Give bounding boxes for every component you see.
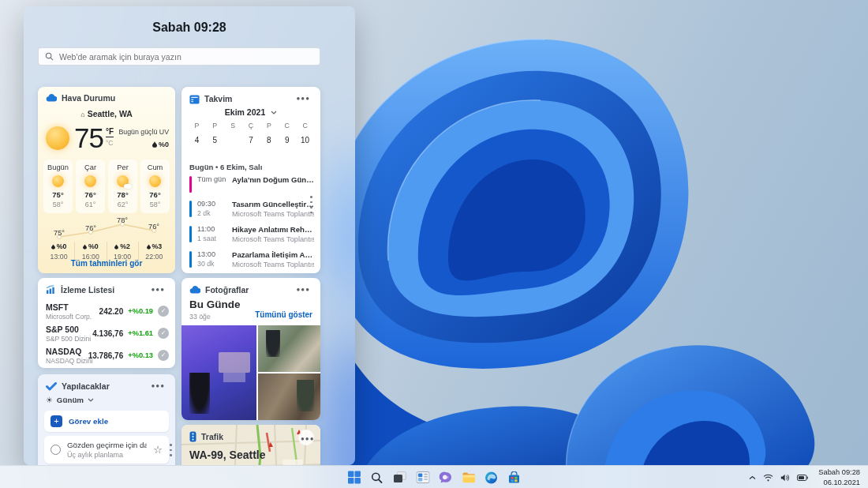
watched-check-icon[interactable]: ✓ (158, 306, 169, 317)
stock-row[interactable]: S&P 500 S&P 500 Dizini 4.136,76 +%1.61 ✓ (46, 322, 169, 344)
widgets-panel: Sabah 09:28 Web'de aramak için buraya ya… (24, 6, 355, 465)
photo-thumbnail[interactable] (258, 325, 320, 372)
edge-icon (485, 471, 498, 484)
sun-icon (52, 175, 64, 187)
forecast-day[interactable]: Bugün 75° 58° (43, 160, 73, 213)
date-cell[interactable]: 9 (278, 133, 296, 148)
tray-chevron-up-icon[interactable] (749, 475, 756, 480)
widgets-button[interactable] (413, 468, 432, 487)
search-placeholder: Web'de aramak için buraya yazın (59, 52, 181, 62)
star-icon[interactable]: ☆ (153, 444, 163, 456)
date-cell[interactable]: 7 (242, 133, 260, 148)
file-explorer-button[interactable] (459, 468, 478, 487)
droplet-icon (83, 244, 87, 250)
traffic-route: WA-99, Seattle (189, 449, 265, 461)
date-cell-selected[interactable]: 6 (224, 133, 242, 148)
droplet-icon (51, 244, 55, 250)
volume-icon[interactable] (780, 474, 790, 482)
battery-icon[interactable] (797, 475, 808, 481)
chevron-down-icon (271, 111, 277, 114)
date-cell[interactable]: 10 (296, 133, 314, 148)
calendar-title: Takvim (204, 94, 290, 103)
sun-icon (149, 175, 161, 187)
stocks-chart-icon (46, 285, 56, 295)
traffic-title: Trafik (201, 432, 223, 441)
task-item[interactable]: Gözden geçirme için dave... Üç aylık pla… (44, 436, 169, 464)
watchlist-title: İzleme Listesi (61, 285, 144, 295)
date-cell[interactable]: 8 (260, 133, 278, 148)
todo-scroll-dots[interactable] (170, 444, 172, 456)
calendar-event[interactable]: 13:00 30 dk Pazarlama İletişim Alanı Mic… (189, 250, 314, 268)
watched-check-icon[interactable]: ✓ (158, 328, 169, 339)
start-button[interactable] (345, 468, 364, 487)
weather-location: ⌂Seattle, WA (38, 109, 175, 118)
calendar-scroll-dots[interactable] (310, 196, 312, 213)
sun-icon (46, 126, 69, 150)
unit-fahrenheit-toggle[interactable]: °F (106, 127, 114, 137)
web-search-bar[interactable]: Web'de aramak için buraya yazın (38, 47, 320, 66)
traffic-widget[interactable]: Trafik ●●● WA-99, Seattle Moderate traff… (181, 425, 320, 465)
current-temp: 75 (74, 123, 103, 153)
event-color-bar (189, 226, 192, 242)
home-icon: ⌂ (80, 111, 84, 118)
calendar-event[interactable]: 11:00 1 saat Hikaye Anlatımı Rehberlik .… (189, 225, 314, 243)
more-options-button[interactable]: ●●● (149, 381, 168, 392)
photo-thumbnail[interactable] (181, 325, 256, 420)
greeting-title: Sabah 09:28 (24, 21, 355, 35)
cloud-icon (189, 286, 200, 294)
calendar-event[interactable]: Tüm gün Ayla'nın Doğum Günü 🎂 (189, 175, 314, 193)
more-options-button[interactable]: ●●● (149, 284, 168, 295)
search-icon (371, 471, 383, 484)
store-icon (508, 471, 521, 484)
event-color-bar (189, 176, 192, 193)
see-all-forecasts-link[interactable]: Tüm tahminleri gör (38, 259, 175, 268)
weather-widget[interactable]: Hava Durumu ⌂Seattle, WA 75 °F °C Bugün … (38, 87, 175, 273)
wifi-icon[interactable] (763, 474, 773, 482)
calendar-icon (189, 94, 200, 104)
traffic-light-icon (189, 431, 196, 442)
photo-thumbnail[interactable] (258, 374, 320, 420)
clock-time: Sabah 09:28 (818, 467, 860, 477)
forecast-day[interactable]: Çar 76° 61° (76, 160, 105, 213)
show-all-link[interactable]: Tümünü göster (255, 310, 312, 319)
todo-list-selector[interactable]: ☀ Günüm (46, 396, 94, 404)
widgets-icon (416, 471, 429, 483)
sun-glyph-icon: ☀ (46, 396, 53, 404)
photos-widget[interactable]: Fotoğraflar ●●● Bu Günde 33 öğe Tümünü g… (181, 278, 320, 420)
month-selector[interactable]: Ekim 2021 (181, 107, 320, 117)
chat-button[interactable] (436, 468, 455, 487)
stock-row[interactable]: NASDAQ NASDAQ Dizini 13.786,76 +%0.13 ✓ (46, 344, 169, 366)
sun-icon (84, 175, 96, 187)
task-checkbox[interactable] (51, 445, 61, 455)
droplet-icon (152, 141, 157, 148)
cloud-icon (46, 94, 57, 102)
photos-heading: Bu Günde (189, 298, 241, 310)
event-color-bar (189, 201, 192, 217)
todo-widget[interactable]: Yapılacaklar ●●● ☀ Günüm + Görev ekle Gö… (38, 374, 175, 465)
forecast-day[interactable]: Cum 76° 58° (140, 160, 170, 213)
more-options-button[interactable]: ●●● (294, 93, 313, 104)
today-label: Bugün • 6 Ekim, Salı (189, 163, 262, 171)
add-task-button[interactable]: + Görev ekle (44, 411, 169, 432)
watchlist-widget[interactable]: İzleme Listesi ●●● MSFT Microsoft Corp. … (38, 278, 175, 368)
search-button[interactable] (368, 468, 387, 487)
search-icon (45, 52, 54, 61)
stock-row[interactable]: MSFT Microsoft Corp. 242.20 +%0.19 ✓ (46, 300, 169, 322)
plus-icon: + (51, 415, 62, 427)
calendar-widget[interactable]: Takvim ●●● Ekim 2021 P P S Ç P C C 4 5 6… (181, 87, 320, 273)
task-view-button[interactable] (391, 468, 410, 487)
more-options-button[interactable]: ●●● (298, 430, 314, 445)
event-color-bar (189, 251, 192, 268)
calendar-event[interactable]: 09:30 2 dk Tasarım Güncelleştirmesi Micr… (189, 200, 314, 218)
forecast-day[interactable]: Per 78° 62° (108, 160, 137, 213)
taskbar-clock[interactable]: Sabah 09:28 06.10.2021 (818, 467, 863, 486)
windows-start-icon (347, 471, 361, 484)
edge-browser-button[interactable] (482, 468, 501, 487)
date-cell[interactable]: 5 (206, 133, 224, 148)
droplet-icon (147, 244, 151, 250)
more-options-button[interactable]: ●●● (294, 284, 313, 295)
watched-check-icon[interactable]: ✓ (158, 350, 169, 361)
unit-celsius-toggle[interactable]: °C (106, 139, 114, 147)
date-cell[interactable]: 4 (188, 133, 206, 148)
microsoft-store-button[interactable] (505, 468, 524, 487)
